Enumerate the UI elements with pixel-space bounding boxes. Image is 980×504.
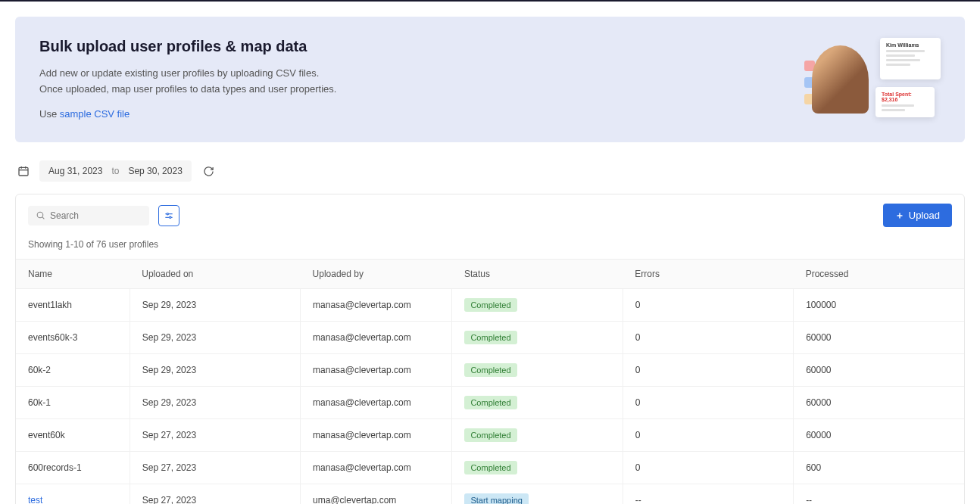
table-row: 60k-2Sep 29, 2023manasa@clevertap.comCom…	[16, 354, 964, 387]
row-uploaded-by: uma@clevertap.com	[301, 484, 452, 505]
sliders-icon	[164, 210, 174, 221]
row-name: 60k-1	[28, 397, 51, 408]
row-errors: 0	[623, 289, 793, 322]
page-title: Bulk upload user profiles & map data	[39, 38, 336, 55]
upload-button[interactable]: Upload	[883, 204, 952, 227]
hero-banner: Bulk upload user profiles & map data Add…	[15, 17, 965, 142]
row-processed: 60000	[794, 354, 964, 387]
status-badge: Completed	[464, 461, 517, 474]
svg-point-9	[170, 216, 171, 218]
date-from: Aug 31, 2023	[48, 166, 102, 176]
row-name: 600records-1	[28, 462, 82, 473]
table-row: 600records-1Sep 27, 2023manasa@clevertap…	[16, 452, 964, 484]
row-errors: 0	[623, 387, 793, 419]
row-errors: --	[623, 484, 793, 505]
calendar-icon[interactable]	[15, 163, 32, 179]
date-to: Sep 30, 2023	[128, 166, 182, 176]
row-uploaded-on: Sep 27, 2023	[130, 452, 300, 484]
row-name: events60k-3	[28, 332, 77, 343]
results-count: Showing 1-10 of 76 user profiles	[16, 236, 964, 259]
date-range-picker[interactable]: Aug 31, 2023 to Sep 30, 2023	[39, 160, 192, 182]
row-uploaded-by: manasa@clevertap.com	[301, 419, 452, 452]
hero-illustration: Kim Williams Total Spent: $2,316	[804, 38, 941, 121]
row-errors: 0	[623, 419, 793, 452]
col-status: Status	[452, 260, 623, 289]
row-uploaded-on: Sep 29, 2023	[130, 387, 300, 419]
refresh-button[interactable]	[199, 161, 219, 181]
status-badge: Completed	[464, 396, 517, 409]
uploads-table: Name Uploaded on Uploaded by Status Erro…	[16, 259, 964, 504]
col-errors: Errors	[623, 260, 793, 289]
table-row: events60k-3Sep 29, 2023manasa@clevertap.…	[16, 322, 964, 354]
row-uploaded-on: Sep 29, 2023	[130, 354, 300, 387]
status-badge: Completed	[464, 428, 517, 442]
svg-line-5	[42, 217, 44, 219]
col-processed: Processed	[794, 260, 964, 289]
row-processed: --	[794, 484, 964, 505]
row-name: event1lakh	[28, 300, 72, 310]
col-uploaded-by: Uploaded by	[301, 260, 452, 289]
row-uploaded-by: manasa@clevertap.com	[301, 387, 452, 419]
status-badge: Completed	[464, 363, 517, 377]
row-uploaded-on: Sep 29, 2023	[130, 289, 300, 322]
svg-point-8	[167, 213, 168, 214]
col-name: Name	[16, 260, 130, 289]
search-wrap[interactable]	[28, 206, 149, 226]
row-processed: 60000	[794, 322, 964, 354]
uploads-table-card: Upload Showing 1-10 of 76 user profiles …	[15, 194, 965, 504]
row-uploaded-on: Sep 27, 2023	[130, 484, 300, 505]
filter-button[interactable]	[158, 205, 179, 226]
row-name: 60k-2	[28, 365, 51, 375]
svg-rect-0	[19, 167, 28, 176]
status-badge[interactable]: Start mapping	[464, 493, 528, 504]
search-input[interactable]	[50, 210, 142, 221]
row-processed: 60000	[794, 419, 964, 452]
row-errors: 0	[623, 354, 793, 387]
row-errors: 0	[623, 452, 793, 484]
table-row: event1lakhSep 29, 2023manasa@clevertap.c…	[16, 289, 964, 322]
row-uploaded-by: manasa@clevertap.com	[301, 322, 452, 354]
table-row: 60k-1Sep 29, 2023manasa@clevertap.comCom…	[16, 387, 964, 419]
row-name[interactable]: test	[28, 495, 42, 504]
status-badge: Completed	[464, 298, 517, 312]
row-processed: 100000	[794, 289, 964, 322]
row-errors: 0	[623, 322, 793, 354]
table-row: event60kSep 27, 2023manasa@clevertap.com…	[16, 419, 964, 452]
sample-csv-link[interactable]: sample CSV file	[60, 108, 130, 120]
date-to-label: to	[111, 166, 119, 176]
row-uploaded-on: Sep 29, 2023	[130, 322, 300, 354]
row-uploaded-on: Sep 27, 2023	[130, 419, 300, 452]
row-uploaded-by: manasa@clevertap.com	[301, 289, 452, 322]
plus-icon	[895, 211, 904, 220]
table-row: testSep 27, 2023uma@clevertap.comStart m…	[16, 484, 964, 505]
row-uploaded-by: manasa@clevertap.com	[301, 354, 452, 387]
hero-link-line: Use sample CSV file	[39, 108, 336, 120]
status-badge: Completed	[464, 331, 517, 344]
row-processed: 60000	[794, 387, 964, 419]
row-uploaded-by: manasa@clevertap.com	[301, 452, 452, 484]
hero-description: Add new or update existing user profiles…	[39, 66, 336, 98]
refresh-icon	[203, 166, 214, 177]
search-icon	[36, 210, 45, 220]
col-uploaded-on: Uploaded on	[130, 260, 300, 289]
row-name: event60k	[28, 430, 65, 440]
svg-point-4	[37, 212, 43, 218]
row-processed: 600	[794, 452, 964, 484]
